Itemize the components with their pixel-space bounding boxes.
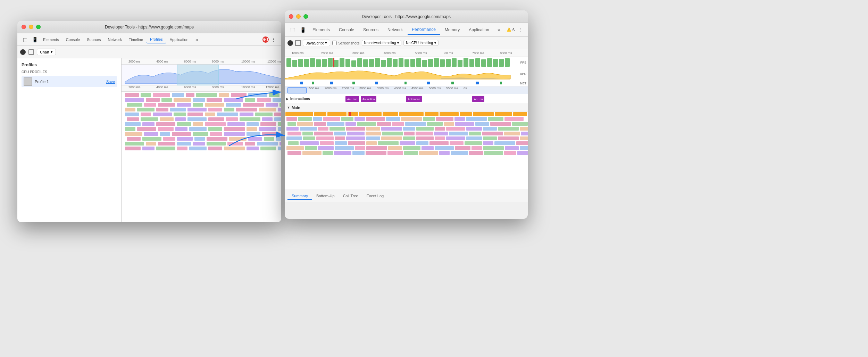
main-expand-arrow[interactable]: ▼ (287, 106, 290, 109)
svg-rect-220 (513, 112, 527, 116)
maximize-button-left[interactable] (36, 25, 41, 29)
profile-overview (122, 65, 281, 85)
svg-rect-185 (446, 59, 451, 67)
svg-rect-318 (403, 146, 420, 150)
stop-button[interactable] (28, 49, 34, 55)
tab-console-right[interactable]: Console (335, 25, 358, 34)
svg-rect-276 (449, 132, 468, 135)
svg-rect-316 (366, 146, 387, 150)
svg-rect-286 (366, 136, 380, 140)
svg-rect-46 (208, 108, 222, 111)
tab-summary[interactable]: Summary (287, 192, 312, 200)
tab-event-log[interactable]: Event Log (362, 192, 388, 200)
overview-svg (122, 65, 281, 85)
interactions-expand-arrow[interactable]: ▶ (286, 97, 289, 101)
network-throttle-selector[interactable]: No network throttling ▾ (362, 40, 402, 46)
svg-rect-304 (416, 141, 428, 145)
flame-chart-svg (122, 92, 281, 222)
tick-12000: 12000 ms (267, 60, 281, 63)
svg-rect-137 (207, 142, 226, 146)
svg-rect-312 (305, 146, 317, 150)
close-button-left[interactable] (22, 25, 26, 29)
screenshots-checkbox[interactable] (332, 41, 337, 45)
ruler2-2500: 2500 ms (342, 86, 354, 90)
svg-rect-33 (205, 103, 224, 107)
svg-rect-37 (279, 103, 281, 107)
record-button[interactable] (20, 49, 26, 55)
svg-rect-180 (416, 58, 421, 67)
chart-area: 2000 ms 4000 ms 6000 ms 8000 ms 10000 ms… (122, 58, 281, 222)
screenshots-checkbox-area[interactable]: Screenshots (332, 41, 359, 45)
save-link[interactable]: Save (106, 80, 115, 84)
close-button-right[interactable] (289, 14, 293, 19)
svg-rect-24 (273, 98, 281, 102)
svg-rect-108 (160, 132, 170, 136)
minimize-button-right[interactable] (296, 14, 301, 19)
tab-application-right[interactable]: Application (465, 25, 493, 34)
svg-rect-7 (219, 93, 229, 97)
tab-network-right[interactable]: Network (383, 25, 407, 34)
svg-rect-244 (405, 122, 426, 126)
window-title-left: Developer Tools - https://www.google.com… (105, 25, 194, 30)
minimize-button-left[interactable] (29, 25, 33, 29)
more-menu-icon[interactable]: ⋮ (269, 35, 278, 44)
ruler2-6s: 6s (464, 86, 467, 90)
traffic-lights-right (289, 14, 308, 19)
svg-rect-20 (207, 98, 222, 102)
svg-rect-319 (422, 146, 434, 150)
warning-icon: ⚠️ (507, 27, 511, 32)
svg-rect-223 (313, 117, 322, 121)
svg-rect-99 (224, 127, 245, 131)
svg-rect-235 (504, 117, 524, 121)
stop-button-right[interactable] (295, 40, 301, 46)
svg-rect-271 (366, 132, 381, 135)
more-tabs-icon-right[interactable]: » (494, 25, 504, 35)
cpu-throttle-selector[interactable]: No CPU throttling ▾ (403, 40, 439, 46)
tab-elements-right[interactable]: Elements (308, 25, 334, 34)
profile-item[interactable]: Profile 1 Save (22, 76, 117, 87)
svg-rect-245 (427, 122, 443, 126)
tab-console[interactable]: Console (62, 36, 83, 43)
svg-rect-294 (498, 136, 519, 140)
svg-rect-136 (193, 142, 205, 146)
selection-box[interactable] (287, 87, 307, 93)
inspect-icon[interactable]: ⬚ (20, 35, 30, 44)
tab-profiles[interactable]: Profiles (147, 36, 166, 43)
svg-rect-338 (484, 151, 503, 155)
tab-performance-right[interactable]: Performance (408, 25, 440, 35)
tab-sources-right[interactable]: Sources (359, 25, 383, 34)
svg-rect-82 (156, 122, 175, 126)
tab-timeline[interactable]: Timeline (125, 36, 147, 43)
record-button-right[interactable] (287, 40, 293, 46)
svg-rect-127 (264, 137, 274, 141)
tab-elements[interactable]: Elements (40, 36, 62, 43)
maximize-button-right[interactable] (303, 14, 308, 19)
inspect-icon-right[interactable]: ⬚ (287, 25, 297, 35)
tab-memory-right[interactable]: Memory (441, 25, 464, 34)
svg-rect-54 (125, 113, 139, 116)
perf-ruler2: 1500 ms 2000 ms 2500 ms 3000 ms 3500 ms … (285, 86, 528, 94)
device-icon-right[interactable]: 📱 (298, 25, 308, 35)
tab-application[interactable]: Application (166, 36, 192, 43)
network-throttle-icon: ▾ (397, 41, 399, 45)
tab-sources[interactable]: Sources (83, 36, 104, 43)
svg-rect-310 (516, 141, 528, 145)
svg-rect-186 (452, 58, 457, 67)
tab-network[interactable]: Network (105, 36, 125, 43)
svg-rect-201 (375, 82, 378, 84)
more-menu-icon-right[interactable]: ⋮ (515, 25, 525, 35)
svg-rect-326 (287, 151, 301, 155)
svg-rect-148 (177, 147, 187, 150)
more-tabs-icon[interactable]: » (192, 35, 202, 44)
device-icon[interactable]: 📱 (30, 35, 40, 44)
tab-call-tree[interactable]: Call Tree (339, 192, 362, 200)
chart-selector[interactable]: Chart ▾ (37, 49, 56, 55)
svg-rect-175 (387, 58, 392, 67)
svg-rect-15 (125, 98, 144, 102)
svg-rect-81 (142, 122, 155, 126)
svg-rect-57 (174, 113, 186, 116)
svg-rect-176 (393, 59, 398, 67)
svg-rect-88 (260, 122, 276, 126)
js-selector[interactable]: JavaScript ▾ (303, 40, 330, 46)
tab-bottom-up[interactable]: Bottom-Up (312, 192, 339, 200)
